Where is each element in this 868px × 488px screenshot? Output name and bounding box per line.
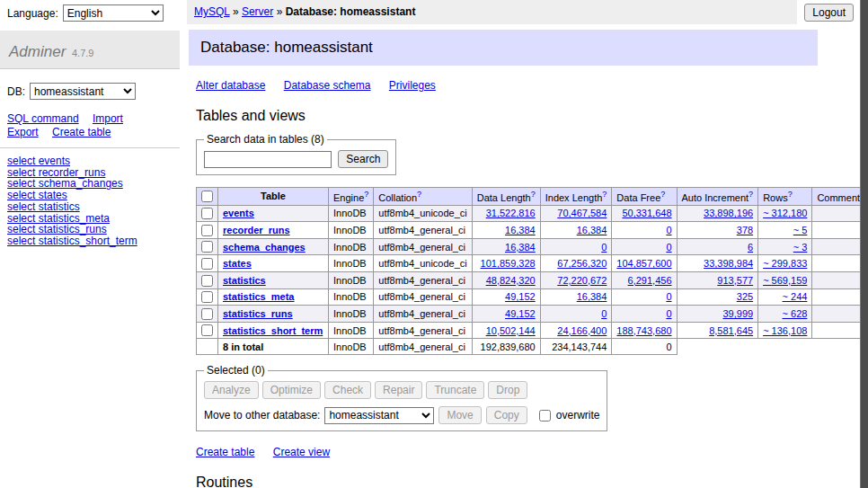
data-length-link[interactable]: 16,384	[505, 225, 536, 235]
data-free-link[interactable]: 0	[666, 291, 671, 302]
move-db-select[interactable]: homeassistant	[324, 407, 434, 424]
data-free-link[interactable]: 188,743,680	[616, 325, 671, 336]
rows-count-link[interactable]: ~ 569,159	[763, 275, 807, 286]
index-length-link[interactable]: 0	[601, 308, 607, 319]
table-name-link[interactable]: statistics_short_term	[223, 325, 323, 336]
data-length-link[interactable]: 10,502,144	[486, 325, 536, 336]
sidebar: Adminer 4.7.9 DB: homeassistant SQL comm…	[0, 24, 180, 488]
overwrite-checkbox[interactable]	[539, 410, 551, 421]
table-name-link[interactable]: recorder_runs	[223, 225, 290, 235]
help-link[interactable]: ?	[602, 190, 607, 199]
table-name-link[interactable]: statistics	[223, 275, 266, 286]
table-name-link[interactable]: schema_changes	[223, 242, 306, 253]
breadcrumb-server-link[interactable]: Server	[242, 5, 273, 18]
index-length-link[interactable]: 16,384	[577, 291, 607, 302]
move-button[interactable]: Move	[438, 406, 481, 424]
db-action-link[interactable]: Privileges	[389, 79, 436, 92]
db-label: DB:	[7, 85, 25, 98]
collation-cell: utf8mb4_unicode_ci	[374, 255, 472, 272]
data-length-link[interactable]: 49,152	[505, 291, 536, 302]
data-length-link[interactable]: 48,824,320	[486, 275, 536, 286]
page-scrollbar[interactable]	[860, 0, 868, 488]
data-free-link[interactable]: 104,857,600	[616, 258, 671, 269]
rows-count-link[interactable]: ~ 5	[793, 225, 808, 235]
row-checkbox[interactable]	[201, 225, 213, 236]
truncate-button[interactable]: Truncate	[426, 381, 484, 399]
select-table-link[interactable]: select statistics_short_term	[7, 235, 137, 247]
optimize-button[interactable]: Optimize	[262, 381, 321, 399]
auto-increment-link[interactable]: 6	[748, 242, 753, 253]
create-link[interactable]: Create view	[273, 446, 330, 458]
breadcrumb-mysql-link[interactable]: MySQL	[194, 5, 230, 18]
rows-count-link[interactable]: ~ 3	[793, 242, 808, 253]
index-length-link[interactable]: 67,256,320	[557, 258, 607, 269]
db-action-link[interactable]: Alter database	[196, 79, 265, 92]
logout-button[interactable]: Logout	[804, 4, 854, 22]
data-length-link[interactable]: 101,859,328	[481, 258, 536, 269]
row-checkbox[interactable]	[201, 275, 213, 287]
index-length-cell: 0	[540, 306, 612, 323]
help-link[interactable]: ?	[660, 190, 665, 199]
table-name-link[interactable]: events	[223, 208, 254, 218]
sql-command-link[interactable]: SQL command	[7, 112, 79, 125]
auto-increment-link[interactable]: 913,577	[717, 275, 753, 286]
app-name[interactable]: Adminer	[9, 43, 66, 60]
analyze-button[interactable]: Analyze	[204, 381, 259, 399]
auto-increment-link[interactable]: 8,581,645	[709, 325, 753, 336]
data-free-link[interactable]: 0	[666, 242, 671, 253]
rows-count-link[interactable]: ~ 628	[783, 308, 808, 319]
index-length-link[interactable]: 16,384	[577, 225, 607, 235]
index-length-link[interactable]: 0	[601, 242, 607, 253]
rows-count-link[interactable]: ~ 136,108	[763, 325, 807, 336]
index-length-link[interactable]: 70,467,584	[557, 208, 607, 218]
repair-button[interactable]: Repair	[375, 381, 422, 399]
row-checkbox[interactable]	[201, 324, 213, 336]
auto-increment-link[interactable]: 33,398,984	[704, 258, 753, 269]
help-link[interactable]: ?	[748, 190, 753, 199]
export-link[interactable]: Export	[7, 126, 39, 138]
search-button[interactable]: Search	[338, 150, 388, 168]
drop-button[interactable]: Drop	[488, 381, 527, 399]
data-length-link[interactable]: 31,522,816	[486, 208, 536, 218]
import-link[interactable]: Import	[93, 112, 123, 125]
rows-count-link[interactable]: ~ 312,180	[763, 208, 807, 218]
auto-increment-link[interactable]: 378	[737, 225, 753, 235]
data-length-link[interactable]: 49,152	[505, 308, 536, 319]
row-checkbox[interactable]	[201, 291, 213, 303]
db-select[interactable]: homeassistant	[30, 83, 136, 100]
table-name-link[interactable]: statistics_meta	[223, 291, 295, 302]
help-link[interactable]: ?	[364, 190, 368, 199]
row-checkbox[interactable]	[201, 241, 213, 253]
check-button[interactable]: Check	[324, 381, 371, 399]
db-actions: Alter database Database schema Privilege…	[196, 79, 818, 92]
search-input[interactable]	[204, 151, 332, 168]
index-length-link[interactable]: 72,220,672	[557, 275, 607, 286]
select-all-checkbox[interactable]	[201, 191, 213, 202]
index-length-link[interactable]: 24,166,400	[557, 325, 607, 336]
help-link[interactable]: ?	[788, 190, 793, 199]
table-name-link[interactable]: states	[223, 258, 252, 269]
create-table-link[interactable]: Create table	[52, 126, 111, 138]
data-free-link[interactable]: 0	[666, 225, 671, 235]
help-link[interactable]: ?	[417, 190, 421, 199]
data-free-link[interactable]: 0	[666, 308, 671, 319]
rows-count-link[interactable]: ~ 244	[783, 291, 808, 302]
data-free-link[interactable]: 6,291,456	[628, 275, 672, 286]
table-name-link[interactable]: statistics_runs	[223, 308, 293, 319]
help-link[interactable]: ?	[531, 190, 536, 199]
copy-button[interactable]: Copy	[486, 406, 527, 424]
row-checkbox[interactable]	[201, 258, 213, 270]
scrollbar-thumb[interactable]	[860, 0, 868, 488]
language-select[interactable]: English	[63, 4, 164, 22]
row-checkbox[interactable]	[201, 308, 213, 320]
auto-increment-link[interactable]: 39,999	[722, 308, 753, 319]
auto-increment-link[interactable]: 325	[737, 291, 753, 302]
db-action-link[interactable]: Database schema	[284, 79, 371, 92]
rows-count-link[interactable]: ~ 299,833	[763, 258, 807, 269]
create-link[interactable]: Create table	[196, 446, 254, 458]
data-length-link[interactable]: 16,384	[505, 242, 536, 253]
auto-increment-link[interactable]: 33,898,196	[704, 208, 753, 218]
data-free-link[interactable]: 50,331,648	[622, 208, 671, 218]
overwrite-option[interactable]: overwrite	[536, 407, 600, 424]
row-checkbox[interactable]	[201, 208, 213, 219]
